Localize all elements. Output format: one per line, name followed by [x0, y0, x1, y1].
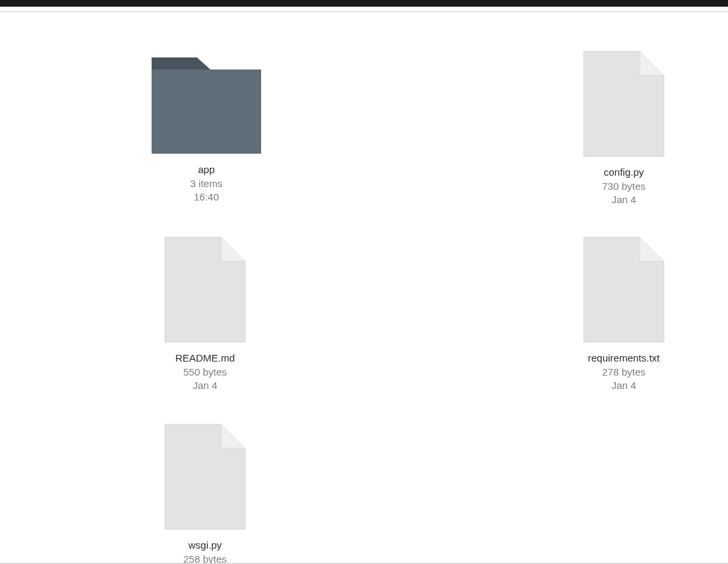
file-item-wsgi[interactable]: wsgi.py 258 bytes Jan 4: [162, 422, 248, 564]
item-meta-date: Jan 4: [193, 379, 218, 392]
item-name: requirements.txt: [588, 351, 660, 365]
item-meta-date: 16:40: [194, 190, 219, 204]
item-meta-date: Jan 4: [612, 193, 636, 206]
file-item-config[interactable]: config.py 730 bytes Jan 4: [581, 49, 667, 206]
file-icon: [581, 49, 667, 159]
file-grid: app 3 items 16:40 config.py 730 bytes Ja…: [0, 12, 728, 564]
folder-icon: [150, 53, 262, 156]
folder-item-app[interactable]: app 3 items 16:40: [150, 53, 262, 204]
file-icon: [162, 422, 248, 532]
item-meta-size: 278 bytes: [602, 366, 645, 379]
item-name: README.md: [175, 351, 234, 365]
file-icon: [162, 235, 248, 345]
item-meta-date: Jan 4: [612, 379, 636, 392]
item-meta-size: 258 bytes: [183, 553, 226, 565]
item-meta-size: 550 bytes: [183, 366, 226, 379]
file-item-readme[interactable]: README.md 550 bytes Jan 4: [162, 235, 248, 392]
file-item-requirements[interactable]: requirements.txt 278 bytes Jan 4: [581, 235, 667, 392]
top-bar: [0, 0, 728, 7]
file-icon: [581, 235, 667, 345]
item-meta-size: 3 items: [190, 177, 222, 190]
item-name: app: [198, 163, 214, 176]
item-name: wsgi.py: [188, 539, 222, 552]
item-name: config.py: [604, 166, 644, 179]
item-meta-size: 730 bytes: [602, 180, 645, 193]
